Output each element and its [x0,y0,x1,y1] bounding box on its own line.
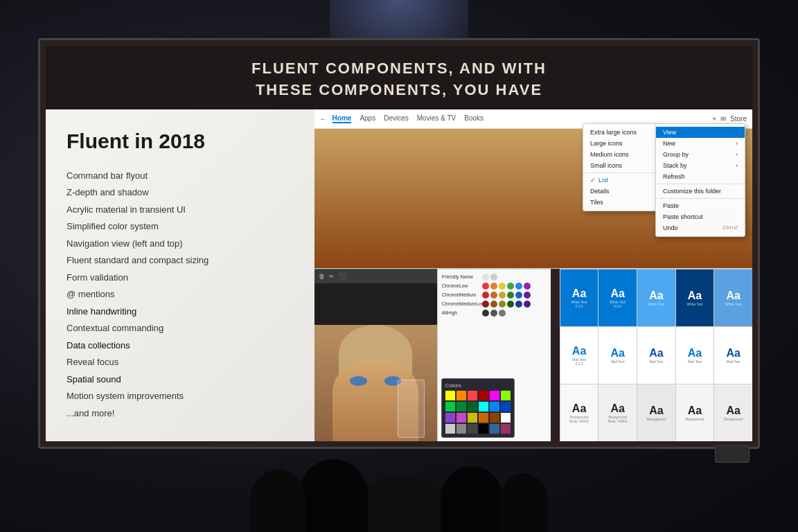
color-cyan[interactable] [479,402,488,411]
swatches-area: Friendly Name ChromeLow [437,269,551,441]
swatch-label: AltHigh [442,310,480,315]
color-gray[interactable] [456,424,466,434]
font-name: White Text0,0,0 [610,300,626,308]
color-swatch [499,292,506,299]
list-item: Z-depth and shadow [66,186,294,200]
tab-home[interactable]: Home [332,114,352,123]
person-photo [314,325,437,441]
color-darker-green[interactable] [468,402,477,411]
color-amber[interactable] [479,413,488,423]
color-dark-gray[interactable] [468,424,477,434]
colors-grid [445,391,511,434]
typo-cell: Aa BackgroundBody: #0003 [598,384,637,441]
color-rose[interactable] [501,424,511,434]
aa-label: Aa [649,347,663,360]
list-item: Fluent standard and compact sizing [66,254,294,267]
list-item-inline-handwriting: Inline handwriting [66,305,294,319]
submenu-label: Details [590,188,610,195]
typo-cell: Aa Mail Text [637,327,675,384]
eye-left [350,376,367,386]
aa-label: Aa [610,287,624,300]
list-item: Simplified color system [66,220,294,233]
color-dark-green[interactable] [456,402,466,411]
color-gold[interactable] [468,413,477,423]
list-item: Motion system improvements [66,389,294,403]
font-name: BackgroundBody: #0003 [608,415,628,423]
color-swatch [499,301,506,308]
color-swatch [507,283,514,290]
color-dark-red[interactable] [479,391,488,400]
typo-cell: Aa White Text0,0,0 [598,269,637,326]
color-black[interactable] [479,424,488,434]
list-item: Navigation view (left and top) [66,237,294,251]
font-name: Background [686,417,704,421]
aa-label: Aa [726,347,740,360]
color-brown[interactable] [490,413,499,423]
color-lime[interactable] [501,391,511,400]
list-item: @ mentions [66,287,294,301]
color-swatch [515,292,522,299]
list-item: Form validation [66,271,294,285]
typo-cell: Aa Mail Text [676,327,714,384]
tab-books[interactable]: Books [464,114,484,123]
typo-cell: Aa White Text [714,269,752,326]
color-swatch [507,292,514,299]
tab-movies[interactable]: Movies & TV [417,114,456,123]
color-swatch [524,301,531,308]
menu-item-stack-by[interactable]: Stack by› [656,160,745,171]
tab-devices[interactable]: Devices [384,114,409,123]
menu-item-view[interactable]: View› [656,127,745,138]
color-red[interactable] [468,391,477,400]
aa-label: Aa [572,345,586,357]
menu-item-paste[interactable]: Paste [656,200,745,211]
title-line1: FLUENT COMPONENTS, AND WITH [60,58,738,80]
submenu-item-extra-large: Extra large icons [583,127,658,138]
submenu-label: Large icons [590,140,623,147]
font-name: Mail Text [650,360,664,364]
typo-cell: Aa Background [637,384,675,441]
swatch-colors [482,274,497,281]
screen-inner: FLUENT COMPONENTS, AND WITH THESE COMPON… [46,46,752,441]
color-steel-blue[interactable] [490,424,499,434]
typo-cell: Aa Background [714,384,752,441]
audience-member [499,473,548,532]
color-yellow[interactable] [445,391,455,400]
tab-apps[interactable]: Apps [360,114,375,123]
list-item: ...and more! [66,407,294,420]
font-name: Mail Text [688,360,702,364]
color-dark-blue[interactable] [501,402,511,411]
menu-item-group-by[interactable]: Group by› [656,149,745,160]
color-violet[interactable] [456,413,466,423]
font-name: Background [647,417,666,421]
toolbar-icon3: ⬛ [339,273,346,280]
color-green[interactable] [445,402,455,411]
color-orange[interactable] [456,391,466,400]
menu-item-customize[interactable]: Customize this folder [656,186,745,197]
list-item-data-collections: Data collections [66,339,294,353]
audience-member [357,477,447,532]
phone-overlay [398,380,425,438]
color-blue[interactable] [490,402,499,411]
menu-item-undo[interactable]: UndoCtrl+Z [656,222,745,233]
submenu-label: Tiles [590,199,603,206]
aa-label: Aa [649,290,663,302]
typo-cell: Aa White Text0,0,0 [560,269,598,326]
aa-label: Aa [688,347,702,360]
color-swatch [490,292,497,299]
color-magenta[interactable] [490,391,499,400]
color-light-gray[interactable] [445,424,455,434]
swatch-label: ChromeLow [442,283,480,288]
color-swatch [524,283,531,290]
toolbar-icon2: ✏ [329,273,335,280]
menu-item-refresh[interactable]: Refresh [656,171,745,182]
menu-item-paste-shortcut[interactable]: Paste shortcut [656,211,745,222]
list-item: Contextual commanding [66,321,294,335]
feature-list: Command bar flyout Z-depth and shadow Ac… [66,169,294,420]
swatches-table: Friendly Name ChromeLow [438,269,551,323]
list-item: Reveal focus [66,355,294,369]
color-purple[interactable] [445,413,455,423]
menu-item-new[interactable]: New› [656,138,745,149]
aa-label: Aa [726,405,740,417]
color-white[interactable] [501,413,511,423]
submenu-item-medium: Medium icons [583,149,658,160]
